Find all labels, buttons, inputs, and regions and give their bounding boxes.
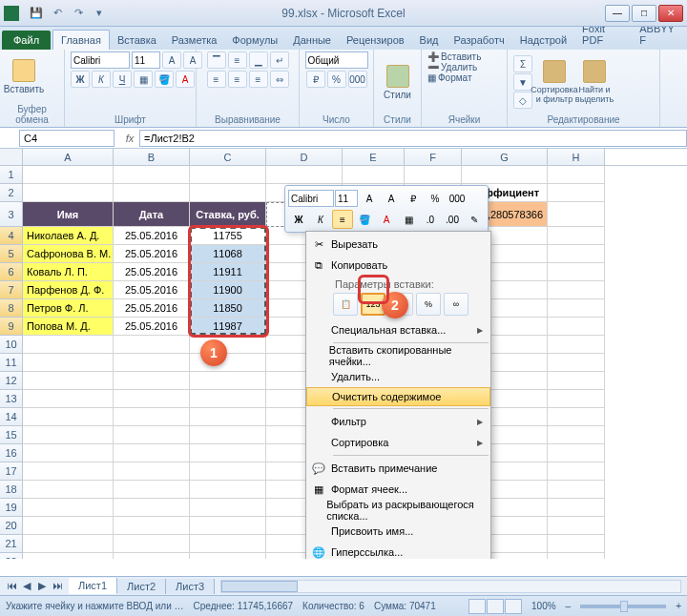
file-tab[interactable]: Файл [2,31,51,50]
spreadsheet-grid[interactable]: A B C D E F G H 1 2Коэффициент 3 Имя Дат… [0,149,687,559]
row-header[interactable]: 10 [0,336,23,354]
col-header-E[interactable]: E [343,149,405,165]
cell[interactable] [190,553,266,559]
cell[interactable]: Коваль Л. П. [23,263,114,281]
sheet-tab-3[interactable]: Лист3 [166,579,215,594]
mini-dec-decimal-button[interactable]: .00 [442,210,463,229]
fill-button[interactable]: ▼ [513,73,532,91]
row-header[interactable]: 4 [0,227,23,245]
cell[interactable]: 11850 [190,299,266,318]
undo-icon[interactable]: ↶ [48,4,67,23]
paste-option-formulas[interactable]: ƒx [388,293,413,316]
cell[interactable] [190,426,266,444]
cell[interactable] [114,462,190,481]
tab-view[interactable]: Вид [412,31,447,50]
paste-option-default[interactable]: 📋 [333,293,358,316]
tab-insert[interactable]: Вставка [110,31,164,50]
mini-format-painter-button[interactable]: ✎ [464,210,485,229]
cell[interactable] [190,390,266,408]
maximize-button[interactable]: □ [632,5,656,22]
cell[interactable]: 25.05.2016 [114,318,190,336]
cell[interactable] [23,166,114,184]
row-header[interactable]: 18 [0,481,23,499]
cell[interactable] [114,354,190,372]
wrap-text-button[interactable]: ↵ [270,51,289,69]
cell[interactable] [114,166,190,184]
cell[interactable] [548,166,605,184]
zoom-slider[interactable] [580,605,666,608]
mini-fill-color-button[interactable]: 🪣 [354,210,375,229]
cell[interactable] [23,372,114,390]
tab-developer[interactable]: Разработч [447,31,512,50]
row-header[interactable]: 13 [0,390,23,408]
mini-comma-button[interactable]: 000 [447,189,468,208]
cell[interactable] [114,390,190,408]
formula-input[interactable]: =Лист2!B2 [139,130,687,147]
cell[interactable]: 25.05.2016 [114,281,190,299]
close-button[interactable]: ✕ [658,5,683,22]
cell[interactable] [548,535,605,553]
cell[interactable]: 11755 [190,227,266,245]
cell[interactable] [190,444,266,462]
mini-bold-button[interactable]: Ж [288,210,309,229]
sort-filter-button[interactable]: Сортировка и фильтр [536,60,572,104]
italic-button[interactable]: К [92,71,111,88]
cell[interactable] [548,336,605,354]
cell[interactable] [548,202,605,227]
cell[interactable]: Имя [23,202,114,227]
font-color-button[interactable]: A [176,71,195,88]
paste-option-link[interactable]: ∞ [444,293,468,316]
paste-button[interactable]: Вставить [6,59,42,94]
grow-font-button[interactable]: A [162,51,181,69]
clear-button[interactable]: ◇ [513,92,532,109]
number-format-select[interactable] [305,51,368,69]
cell[interactable]: 11911 [190,263,266,281]
row-header[interactable]: 11 [0,354,23,372]
mini-inc-decimal-button[interactable]: .0 [420,210,441,229]
ctx-paste-special[interactable]: Специальная вставка...▶ [306,319,490,340]
row-header[interactable]: 9 [0,318,23,336]
cell[interactable] [114,408,190,426]
tab-layout[interactable]: Разметка [164,31,225,50]
name-box[interactable]: C4 [19,130,114,147]
ctx-copy[interactable]: ⧉Копировать [306,255,490,276]
tab-review[interactable]: Рецензиров [339,31,412,50]
cell[interactable]: Парфенов Д. Ф. [23,281,114,299]
cell[interactable] [23,499,114,517]
col-header-B[interactable]: B [114,149,190,165]
cell[interactable]: Сафронова В. М. [23,245,114,263]
tab-formulas[interactable]: Формулы [224,31,285,50]
ctx-cut[interactable]: ✂Вырезать [306,234,490,255]
ctx-hyperlink[interactable]: 🌐Гиперссылка... [306,542,490,559]
cell[interactable] [23,517,114,535]
delete-cells-button[interactable]: Удалить [441,62,477,72]
cell[interactable] [190,354,266,372]
cell[interactable] [23,462,114,481]
select-all-button[interactable] [0,149,23,165]
cell[interactable] [548,426,605,444]
mini-font-name[interactable] [288,190,334,207]
cell[interactable]: Ставка, руб. [190,202,266,227]
cell[interactable] [548,372,605,390]
cell[interactable] [548,281,605,299]
paste-option-formatting[interactable]: % [416,293,441,316]
cell[interactable] [23,481,114,499]
cell[interactable] [114,184,190,202]
row-header[interactable]: 17 [0,462,23,481]
cell[interactable] [23,426,114,444]
col-header-G[interactable]: G [462,149,548,165]
cell[interactable] [23,184,114,202]
cell[interactable] [23,390,114,408]
cell[interactable]: Дата [114,202,190,227]
merge-button[interactable]: ⇔ [270,71,289,88]
align-left-button[interactable]: ≡ [207,71,226,88]
ctx-format-cells[interactable]: ▦Формат ячеек... [306,479,490,500]
cell[interactable] [548,444,605,462]
cell[interactable] [114,517,190,535]
qat-dropdown-icon[interactable]: ▾ [90,4,109,23]
redo-icon[interactable]: ↷ [69,4,88,23]
cell[interactable] [548,408,605,426]
row-header[interactable]: 1 [0,166,23,184]
cell[interactable]: 25.05.2016 [114,227,190,245]
cell[interactable]: 25.05.2016 [114,299,190,318]
